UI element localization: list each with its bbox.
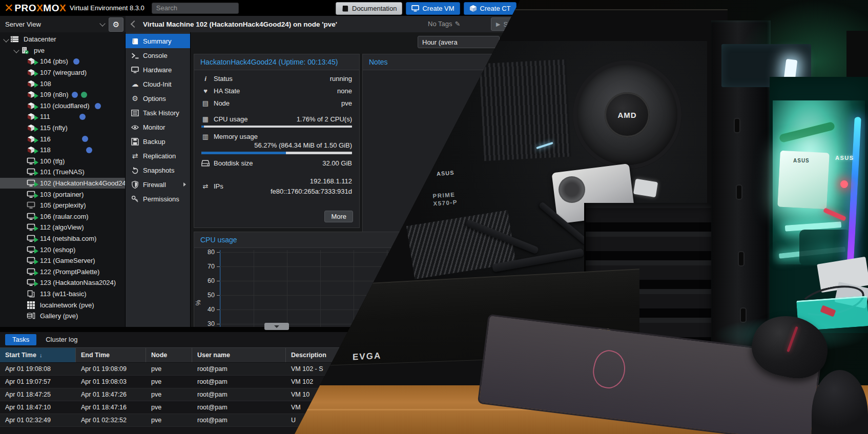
tree-item-115[interactable]: 115 (nfty) (0, 122, 125, 134)
ct-icon (27, 90, 37, 99)
running-badge (34, 127, 38, 132)
menu-item-label: Cloud-Init (143, 80, 172, 88)
task-cell: Apr 01 19:08:09 (76, 363, 146, 375)
memory-value: 56.27% (864.34 MiB of 1.50 GiB) (201, 141, 352, 149)
tree-item-101[interactable]: 101 (TrueNAS) (0, 167, 125, 178)
tags-area[interactable]: No Tags ✎ (428, 20, 460, 28)
menu-item-hardware[interactable]: Hardware (126, 63, 190, 77)
tree-item-105[interactable]: 105 (perplexity) (0, 200, 125, 211)
tree-item-106[interactable]: 106 (raular.com) (0, 211, 125, 222)
task-cell: root@pam (192, 363, 286, 375)
tree-item-110[interactable]: 110 (cloudflared) (0, 100, 125, 112)
ip-v4: 192.168.1.112 (310, 177, 352, 185)
tree-item-label: 104 (pbs) (40, 57, 68, 65)
tree-item-label: Datacenter (24, 35, 56, 43)
running-badge (34, 193, 38, 198)
brand-wordmark: PROXMOX (14, 3, 66, 14)
tree-item-111[interactable]: 111 (0, 111, 125, 122)
menu-item-label: Console (143, 52, 168, 59)
create-vm-button[interactable]: Create VM (406, 2, 460, 15)
tab-cluster-log[interactable]: Cluster log (38, 334, 85, 345)
tree-item-122[interactable]: 122 (PromptPalette) (0, 266, 125, 277)
tree-item-label: 122 (PromptPalette) (40, 268, 99, 276)
collapse-arrow-icon (274, 325, 279, 328)
sidebar-gear-button[interactable]: ⚙ (109, 17, 123, 32)
menu-item-options[interactable]: ⚙Options (126, 91, 190, 106)
tree-item-107[interactable]: 107 (wireguard) (0, 67, 125, 78)
vm-icon (27, 179, 37, 188)
asus-logo-white: ASUS (835, 155, 854, 161)
ip-v6: fe80::1760:265a:7333:931d (271, 188, 352, 195)
search-input[interactable] (152, 3, 239, 14)
tree-item-121[interactable]: 121 (GameServer) (0, 255, 125, 266)
axis-tick (217, 281, 220, 281)
tree-item-109[interactable]: 109 (n8n) (0, 89, 125, 100)
tree-item-116[interactable]: 116 (0, 133, 125, 144)
cloud-icon: ☁ (131, 80, 139, 88)
tree-item-label: 105 (perplexity) (40, 201, 86, 209)
cpu-progress-bar (201, 126, 352, 128)
running-badge (34, 60, 38, 65)
more-button[interactable]: More (324, 211, 353, 222)
vm-icon (27, 190, 37, 199)
tree-item-102[interactable]: 102 (HackatonHack4Good24) (0, 178, 125, 189)
tree-item-120[interactable]: 120 (eshop) (0, 244, 125, 255)
vm-icon (27, 256, 37, 265)
cpu-value: 1.76% of 2 CPU(s) (297, 115, 352, 123)
motherboard-brand-text: ASUS (437, 170, 454, 177)
documentation-button[interactable]: Documentation (336, 2, 402, 15)
splitter-handle[interactable] (264, 323, 289, 330)
menu-item-monitor[interactable]: Monitor (126, 120, 190, 134)
chart-y-axis-label: % (195, 300, 202, 305)
server-view-selector[interactable]: Server View ⚙ (0, 16, 126, 33)
menu-item-firewall[interactable]: Firewall (126, 177, 190, 192)
tree-item-pve[interactable]: pve (0, 45, 125, 56)
version-label: Virtual Environment 8.3.0 (70, 4, 144, 12)
summary-panel-title: HackatonHack4Good24 (Uptime: 00:13:45) (194, 54, 359, 70)
back-chevron-icon[interactable] (131, 20, 138, 28)
column-header-node[interactable]: Node (146, 348, 192, 362)
menu-item-console[interactable]: Console (126, 48, 190, 63)
tree-item-localnetwork[interactable]: localnetwork (pve) (0, 299, 125, 311)
task-cell: root@pam (192, 388, 286, 401)
vm-icon (27, 267, 37, 276)
tree-item-gallery[interactable]: Gallery (pve) (0, 311, 125, 322)
tab-tasks[interactable]: Tasks (5, 334, 36, 345)
node-icon (20, 46, 31, 55)
play-icon: ▶ (496, 21, 500, 28)
menu-item-backup[interactable]: Backup (126, 134, 190, 149)
menu-item-summary[interactable]: Summary (126, 34, 190, 48)
task-cell: pve (146, 363, 192, 375)
tag-dot-blue (95, 103, 101, 109)
tree-item-123[interactable]: 123 (HackatonNasa2024) (0, 277, 125, 288)
tree-item-104[interactable]: 104 (pbs) (0, 56, 125, 67)
tree-item-108[interactable]: 108 (0, 78, 125, 89)
running-badge (34, 226, 38, 231)
time-range-select[interactable]: Hour (avera (418, 36, 500, 48)
tree-item-label: 110 (cloudflared) (40, 102, 90, 110)
vm-icon (27, 278, 37, 287)
menu-item-label: Options (143, 95, 166, 102)
tree-item-103[interactable]: 103 (portainer) (0, 189, 125, 200)
axis-tick (217, 252, 220, 253)
menu-item-task-history[interactable]: Task History (126, 106, 190, 120)
tree-item-113[interactable]: 113 (w11-basic) (0, 288, 125, 300)
create-ct-button[interactable]: Create CT (464, 2, 516, 15)
column-header-user-name[interactable]: User name (192, 348, 286, 362)
task-cell: pve (146, 376, 192, 388)
tree-item-114[interactable]: 114 (netshiba.com) (0, 233, 125, 244)
menu-item-replication[interactable]: ⇄Replication (126, 149, 190, 163)
front-vent (736, 184, 742, 200)
tree-item-112[interactable]: 112 (algoView) (0, 222, 125, 233)
tree-item-datacenter[interactable]: Datacenter (0, 34, 125, 45)
ips-icon: ⇄ (201, 182, 210, 190)
column-header-start-time[interactable]: Start Time↓ (0, 348, 76, 362)
tree-item-100[interactable]: 100 (tfg) (0, 156, 125, 167)
running-badge (34, 259, 38, 264)
column-header-end-time[interactable]: End Time (76, 348, 146, 362)
menu-item-snapshots[interactable]: Snapshots (126, 163, 190, 177)
tree-item-118[interactable]: 118 (0, 144, 125, 156)
menu-item-permissions[interactable]: Permissions (126, 192, 190, 206)
menu-item-cloud-init[interactable]: ☁Cloud-Init (126, 77, 190, 91)
running-badge (34, 182, 38, 187)
